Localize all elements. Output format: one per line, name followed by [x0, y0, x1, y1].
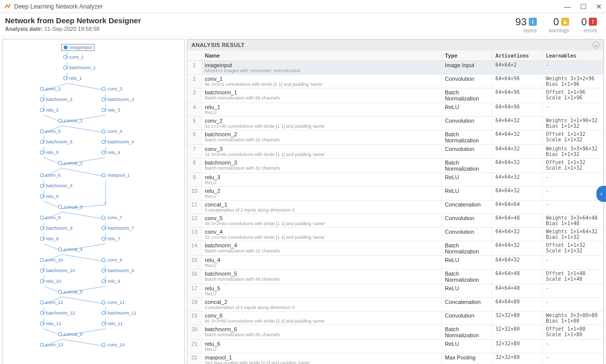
table-row[interactable]: 5 conv_232 1×1×96 convolutions with stri…	[187, 117, 603, 130]
graph-node[interactable]: batchnorm_10	[40, 268, 75, 273]
table-row[interactable]: 3 batchnorm_1Batch normalization with 96…	[187, 88, 603, 103]
table-row[interactable]: 6 batchnorm_2Batch normalization with 32…	[187, 130, 603, 145]
table-row[interactable]: 2 conv_196 3×3×2 convolutions with strid…	[187, 75, 603, 88]
table-row[interactable]: 12 conv_548 3×3×64 convolutions with str…	[187, 214, 603, 228]
graph-node[interactable]: conv_5	[40, 129, 61, 134]
graph-node[interactable]: batchnorm_1	[63, 65, 96, 70]
table-row[interactable]: 10 relu_2ReLU ReLU 64×64×32 -	[187, 187, 603, 200]
graph-node[interactable]: conv_4	[102, 129, 122, 134]
graph-node[interactable]: conv_10	[40, 257, 63, 263]
col-name[interactable]: Name	[201, 50, 442, 61]
graph-node[interactable]: relu_12	[40, 321, 61, 326]
graph-node[interactable]: concat_4	[58, 247, 83, 252]
info-icon: i	[529, 18, 537, 26]
graph-node[interactable]: conv_6	[40, 173, 61, 178]
table-row[interactable]: 20 batchnorm_6Batch normalization with 8…	[187, 325, 603, 340]
table-row[interactable]: 1 imageinput64×64×2 images with 'zerocen…	[187, 61, 603, 75]
analysis-result-pane: ANALYSIS RESULT ⌄ Name Type Activations …	[187, 39, 604, 364]
analysis-date: Analysis date: 11-Sep-2020 19:58:58	[5, 26, 516, 32]
stat-warnings: 0▲ warnings	[549, 16, 569, 33]
header: Network from Deep Network Designer Analy…	[0, 13, 606, 37]
graph-node[interactable]: concat_3	[58, 204, 83, 210]
graph-node[interactable]: relu_2	[40, 108, 59, 113]
app-logo-icon	[4, 3, 11, 10]
table-row[interactable]: 16 batchnorm_5Batch normalization with 4…	[187, 270, 603, 284]
table-row[interactable]: 19 conv_680 3×3×80 convolutions with str…	[187, 311, 603, 325]
network-graph-pane[interactable]: imageinputconv_1batchnorm_1relu_1conv_2c…	[2, 39, 185, 364]
graph-node[interactable]: relu_9	[102, 279, 120, 284]
table-row[interactable]: 4 relu_1ReLU ReLU 64×64×96 -	[187, 103, 603, 117]
minimize-button[interactable]: —	[564, 3, 571, 11]
layers-table: Name Type Activations Learnables 1 image…	[187, 50, 603, 364]
table-row[interactable]: 18 concat_2Concatenation of 2 inputs alo…	[187, 298, 603, 311]
graph-node[interactable]: conv_9	[102, 257, 122, 263]
graph-node[interactable]: conv_12	[40, 300, 63, 305]
table-row[interactable]: 11 concat_1Concatenation of 2 inputs alo…	[187, 200, 603, 214]
stat-layers: 93i layers	[516, 16, 537, 33]
graph-node[interactable]: batchnorm_11	[102, 310, 137, 316]
table-row[interactable]: 9 relu_3ReLU ReLU 64×64×32 -	[187, 173, 603, 187]
graph-node[interactable]: concat_5	[58, 289, 83, 294]
graph-node[interactable]: conv_11	[102, 300, 125, 305]
graph-node[interactable]: relu_3	[102, 108, 120, 113]
graph-node[interactable]: conv_1	[63, 55, 84, 60]
titlebar: Deep Learning Network Analyzer — ☐ ✕	[0, 0, 606, 13]
graph-node[interactable]: batchnorm_8	[40, 226, 73, 231]
maximize-button[interactable]: ☐	[580, 3, 587, 11]
graph-node[interactable]: maxpool_1	[102, 173, 130, 178]
graph-node[interactable]: batchnorm_3	[102, 97, 134, 102]
table-row[interactable]: 21 relu_6ReLU ReLU 32×32×80 -	[187, 340, 603, 353]
svg-line-86	[62, 297, 106, 304]
table-row[interactable]: 14 batchnorm_4Batch normalization with 3…	[187, 241, 603, 256]
svg-line-40	[62, 168, 106, 177]
svg-line-54	[62, 212, 106, 219]
table-row[interactable]: 15 relu_4ReLU ReLU 64×64×32 -	[187, 256, 603, 270]
graph-node[interactable]: batchnorm_4	[102, 139, 134, 144]
col-type[interactable]: Type	[442, 50, 492, 61]
stat-errors: 0! errors	[581, 16, 597, 33]
side-drawer-tab[interactable]: ‹	[596, 186, 606, 202]
table-row[interactable]: 22 maxpool_13×3 max pooling with stride …	[187, 353, 603, 364]
graph-node[interactable]: batchnorm_9	[102, 268, 134, 273]
svg-line-24	[62, 126, 106, 133]
graph-node[interactable]: batchnorm_12	[40, 310, 75, 316]
graph-node[interactable]: concat_2	[58, 161, 83, 166]
table-row[interactable]: 7 conv_332 3×3×96 convolutions with stri…	[187, 145, 603, 159]
error-icon: !	[589, 18, 597, 26]
page-title: Network from Deep Network Designer	[5, 16, 516, 25]
graph-node[interactable]: conv_3	[102, 86, 122, 91]
graph-node[interactable]: relu_6	[40, 194, 59, 199]
svg-line-102	[62, 339, 106, 346]
graph-node[interactable]: relu_8	[40, 236, 59, 241]
graph-node[interactable]: conv_7	[102, 215, 122, 220]
col-index[interactable]	[187, 50, 201, 61]
table-row[interactable]: 17 relu_5ReLU ReLU 64×64×48 -	[187, 284, 603, 298]
close-button[interactable]: ✕	[596, 3, 602, 11]
graph-node[interactable]: imageinput	[61, 44, 94, 51]
graph-node[interactable]: batchnorm_6	[40, 183, 73, 188]
graph-node[interactable]: conv_8	[40, 215, 61, 220]
result-section-title: ANALYSIS RESULT	[191, 42, 244, 48]
graph-node[interactable]: relu_7	[102, 236, 120, 241]
graph-node[interactable]: batchnorm_5	[40, 139, 73, 144]
graph-node[interactable]: batchnorm_2	[40, 97, 73, 102]
col-learnables[interactable]: Learnables	[543, 50, 603, 61]
collapse-icon[interactable]: ⌄	[592, 41, 599, 48]
graph-node[interactable]: relu_4	[102, 150, 120, 155]
table-row[interactable]: 8 batchnorm_3Batch normalization with 32…	[187, 159, 603, 173]
graph-node[interactable]: relu_1	[63, 76, 82, 81]
graph-node[interactable]: concat_1	[58, 118, 83, 123]
graph-node[interactable]: conv_2	[40, 86, 61, 91]
svg-line-8	[67, 83, 106, 90]
graph-node[interactable]: relu_10	[40, 279, 61, 284]
graph-node[interactable]: concat_6	[58, 332, 83, 337]
col-activations[interactable]: Activations	[492, 50, 543, 61]
graph-node[interactable]: relu_11	[102, 321, 123, 326]
graph-node[interactable]: conv_14	[102, 342, 125, 347]
graph-node[interactable]: relu_5	[40, 150, 59, 155]
svg-line-70	[62, 254, 106, 262]
table-row[interactable]: 13 conv_432 1×1×64 convolutions with str…	[187, 228, 603, 241]
svg-marker-49	[105, 202, 107, 205]
graph-node[interactable]: conv_13	[40, 342, 63, 347]
graph-node[interactable]: batchnorm_7	[102, 226, 134, 231]
